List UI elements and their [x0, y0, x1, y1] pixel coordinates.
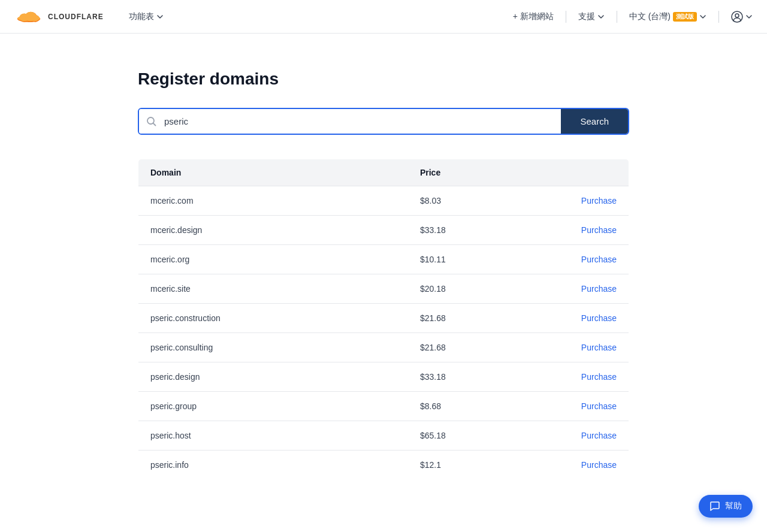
search-icon-wrap — [139, 109, 164, 134]
nav-divider-2 — [617, 11, 617, 23]
navbar-menu: 功能表 — [123, 8, 513, 26]
purchase-link[interactable]: Purchase — [518, 372, 617, 382]
price-cell: $21.68 — [408, 333, 506, 362]
svg-point-10 — [147, 117, 154, 124]
search-input[interactable] — [164, 109, 561, 134]
action-cell: Purchase — [506, 392, 629, 421]
language-label: 中文 (台灣) — [629, 11, 671, 22]
purchase-link[interactable]: Purchase — [518, 401, 617, 411]
chevron-down-icon — [597, 13, 605, 20]
price-cell: $8.68 — [408, 392, 506, 421]
table-row: pseric.consulting$21.68Purchase — [138, 333, 629, 362]
purchase-link[interactable]: Purchase — [518, 343, 617, 352]
table-row: pseric.host$65.18Purchase — [138, 421, 629, 451]
action-cell: Purchase — [506, 186, 629, 216]
features-menu[interactable]: 功能表 — [123, 8, 170, 26]
price-cell: $33.18 — [408, 216, 506, 245]
help-button[interactable]: 幫助 — [699, 495, 753, 504]
svg-point-7 — [31, 14, 39, 21]
support-menu[interactable]: 支援 — [578, 11, 605, 22]
nav-divider — [566, 11, 566, 23]
domain-table: Domain Price mceric.com$8.03Purchasemcer… — [138, 159, 629, 480]
table-row: pseric.info$12.1Purchase — [138, 451, 629, 480]
domain-cell: mceric.design — [138, 216, 408, 245]
purchase-link[interactable]: Purchase — [518, 313, 617, 323]
purchase-link[interactable]: Purchase — [518, 255, 617, 264]
navbar-right: + 新增網站 支援 中文 (台灣) 測試版 — [513, 11, 753, 23]
user-menu[interactable] — [731, 11, 753, 23]
table-row: mceric.com$8.03Purchase — [138, 186, 629, 216]
action-cell: Purchase — [506, 362, 629, 392]
domain-cell: pseric.consulting — [138, 333, 408, 362]
action-cell: Purchase — [506, 216, 629, 245]
price-cell: $65.18 — [408, 421, 506, 451]
table-row: pseric.group$8.68Purchase — [138, 392, 629, 421]
language-menu[interactable]: 中文 (台灣) 測試版 — [629, 11, 706, 22]
action-cell: Purchase — [506, 451, 629, 480]
main-content: Register domains Search Domain Price mce… — [114, 34, 653, 504]
search-icon — [146, 116, 157, 127]
table-header: Domain Price — [138, 159, 629, 186]
table-row: pseric.construction$21.68Purchase — [138, 304, 629, 333]
table-header-row: Domain Price — [138, 159, 629, 186]
price-cell: $12.1 — [408, 451, 506, 480]
table-row: pseric.design$33.18Purchase — [138, 362, 629, 392]
action-cell: Purchase — [506, 304, 629, 333]
price-cell: $10.11 — [408, 245, 506, 274]
logo-text: CLOUDFLARE — [48, 13, 104, 21]
search-button[interactable]: Search — [561, 109, 628, 134]
cloudflare-logo-icon — [14, 7, 43, 26]
col-header-action — [506, 159, 629, 186]
logo[interactable]: CLOUDFLARE — [14, 7, 104, 26]
navbar: CLOUDFLARE 功能表 + 新增網站 支援 中文 (台灣) 測試版 — [0, 0, 767, 34]
table-row: mceric.org$10.11Purchase — [138, 245, 629, 274]
domain-cell: pseric.host — [138, 421, 408, 451]
domain-cell: mceric.com — [138, 186, 408, 216]
price-cell: $33.18 — [408, 362, 506, 392]
action-cell: Purchase — [506, 274, 629, 304]
domain-cell: mceric.org — [138, 245, 408, 274]
domain-cell: mceric.site — [138, 274, 408, 304]
action-cell: Purchase — [506, 421, 629, 451]
domain-cell: pseric.design — [138, 362, 408, 392]
purchase-link[interactable]: Purchase — [518, 196, 617, 205]
help-label: 幫助 — [725, 501, 742, 504]
col-header-price: Price — [408, 159, 506, 186]
chat-icon — [709, 501, 720, 504]
chevron-down-icon — [699, 13, 706, 20]
col-header-domain: Domain — [138, 159, 408, 186]
purchase-link[interactable]: Purchase — [518, 284, 617, 294]
price-cell: $20.18 — [408, 274, 506, 304]
domain-cell: pseric.construction — [138, 304, 408, 333]
price-cell: $21.68 — [408, 304, 506, 333]
user-icon — [731, 11, 743, 23]
action-cell: Purchase — [506, 333, 629, 362]
purchase-link[interactable]: Purchase — [518, 225, 617, 235]
svg-point-9 — [735, 14, 739, 17]
support-label: 支援 — [578, 11, 595, 22]
table-row: mceric.design$33.18Purchase — [138, 216, 629, 245]
purchase-link[interactable]: Purchase — [518, 431, 617, 440]
chevron-down-icon — [156, 13, 164, 20]
domain-cell: pseric.info — [138, 451, 408, 480]
chevron-down-icon — [745, 13, 753, 20]
features-label: 功能表 — [129, 11, 154, 22]
search-container: Search — [138, 108, 629, 135]
action-cell: Purchase — [506, 245, 629, 274]
add-site-label: + 新增網站 — [513, 11, 554, 22]
domain-cell: pseric.group — [138, 392, 408, 421]
add-site-button[interactable]: + 新增網站 — [513, 11, 554, 22]
table-body: mceric.com$8.03Purchasemceric.design$33.… — [138, 186, 629, 480]
nav-divider-3 — [718, 11, 719, 23]
price-cell: $8.03 — [408, 186, 506, 216]
page-title: Register domains — [138, 69, 629, 89]
purchase-link[interactable]: Purchase — [518, 460, 617, 470]
table-row: mceric.site$20.18Purchase — [138, 274, 629, 304]
beta-badge: 測試版 — [673, 12, 697, 22]
